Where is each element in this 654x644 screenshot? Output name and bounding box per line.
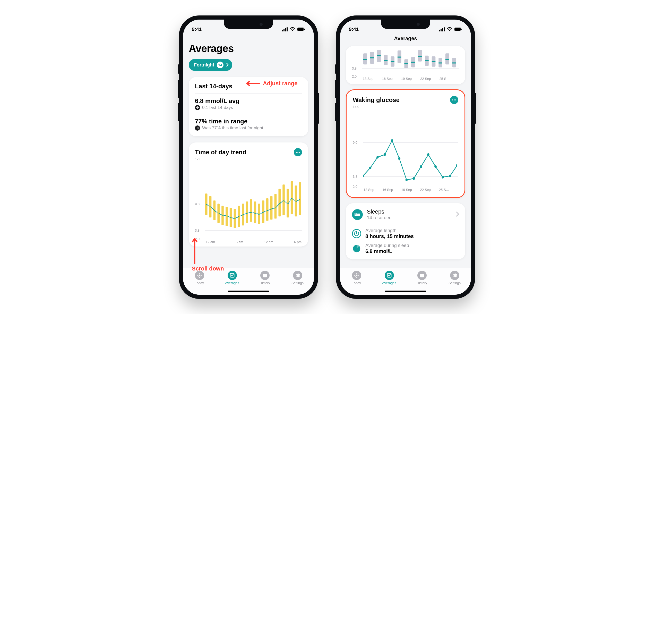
battery-icon: [297, 27, 305, 31]
svg-rect-18: [266, 198, 268, 221]
svg-point-72: [376, 156, 379, 158]
x-tick: 19 Sep: [401, 188, 420, 192]
range-pill[interactable]: Fortnight 14: [189, 59, 232, 71]
x-tick: 22 Sep: [420, 77, 439, 80]
waking-title: Waking glucose: [353, 96, 400, 104]
svg-point-77: [413, 177, 415, 180]
home-indicator[interactable]: [385, 291, 426, 292]
svg-rect-85: [354, 213, 355, 215]
svg-rect-51: [391, 61, 394, 62]
svg-rect-24: [291, 181, 293, 214]
waking-glucose-card: Waking glucose 14.0 9.0 3.8 2.0: [346, 89, 465, 198]
x-tick: 12 am: [206, 240, 215, 244]
tab-history[interactable]: History: [405, 271, 438, 285]
length-label: Average length: [365, 228, 459, 233]
svg-rect-43: [363, 59, 367, 60]
svg-point-80: [435, 165, 437, 168]
x-tick: 19 Sep: [401, 77, 420, 80]
card-more-button[interactable]: [294, 148, 302, 156]
avg-value: 6.8 mmol/L avg: [195, 97, 302, 105]
x-tick: 12 pm: [264, 240, 273, 244]
svg-point-79: [427, 153, 429, 156]
tab-label: History: [417, 281, 427, 285]
y-tick: 3.8: [353, 175, 357, 178]
x-tick: 16 Sep: [382, 77, 401, 80]
svg-rect-58: [418, 50, 422, 62]
bed-icon: [352, 209, 363, 220]
cellular-icon: [282, 27, 288, 31]
y-tick: 14.0: [353, 105, 359, 109]
svg-rect-15: [254, 202, 256, 223]
tab-settings[interactable]: Settings: [438, 271, 471, 285]
tab-today[interactable]: Today: [340, 271, 373, 285]
svg-line-97: [358, 274, 358, 274]
y-tick: 2.0: [352, 74, 357, 78]
sleeps-title: Sleeps: [367, 208, 452, 215]
svg-rect-49: [384, 60, 388, 61]
y-tick: 17.0: [195, 157, 201, 161]
page-title: Averages: [189, 43, 308, 54]
svg-rect-48: [384, 55, 388, 65]
svg-line-95: [358, 277, 358, 277]
x-tick: 25 S…: [440, 77, 459, 80]
range-days-badge: 14: [217, 62, 224, 68]
chevron-right-icon: [456, 211, 459, 218]
screen-left: 9:41 Averages Fortnight 14 Last 14-days …: [183, 20, 314, 295]
svg-rect-14: [250, 199, 252, 222]
status-clock: 9:41: [192, 26, 202, 32]
tab-averages[interactable]: Averages: [373, 271, 405, 285]
svg-point-86: [355, 213, 357, 215]
tab-label: Today: [195, 281, 204, 285]
svg-rect-65: [439, 62, 442, 63]
tod-trend-card: Time of day trend 17.0 9.0 3.8 2.0: [189, 142, 308, 247]
pie-icon: [352, 244, 361, 253]
x-tick: 6 am: [236, 240, 243, 244]
phone-right: 9:41 Averages 3.8 2.0: [336, 16, 475, 299]
y-tick: 9.0: [353, 140, 357, 144]
tod-chart[interactable]: 17.0 9.0 3.8 2.0: [195, 159, 302, 244]
home-indicator[interactable]: [228, 291, 269, 292]
tab-history[interactable]: History: [249, 271, 281, 285]
wifi-icon: [290, 27, 295, 31]
sleeps-header-row[interactable]: Sleeps 14 recorded: [352, 208, 459, 221]
svg-point-89: [356, 275, 357, 276]
summary-heading: Last 14-days: [195, 83, 302, 90]
trend-flat-icon: [195, 105, 200, 110]
duration-icon: [352, 229, 361, 238]
wifi-icon: [447, 27, 452, 31]
svg-rect-87: [357, 213, 360, 215]
svg-rect-40: [455, 28, 461, 31]
x-tick: 13 Sep: [364, 188, 382, 192]
tir-delta: Was 77% this time last fortnight: [202, 125, 263, 131]
svg-line-96: [355, 277, 355, 277]
x-tick: 13 Sep: [363, 77, 382, 80]
trend-chart-icon: [228, 271, 237, 280]
svg-point-82: [449, 175, 451, 177]
y-tick: 9.0: [195, 202, 200, 206]
svg-rect-100: [420, 274, 424, 275]
daily-range-chart[interactable]: 3.8 2.0 13 Sep 16 Sep 19 Sep 22 Sep 25 S…: [352, 50, 459, 80]
tab-label: Today: [352, 281, 361, 285]
y-tick: 3.8: [352, 66, 357, 70]
svg-rect-20: [275, 194, 277, 218]
svg-rect-63: [432, 61, 436, 62]
card-more-button[interactable]: [450, 96, 458, 104]
svg-rect-22: [282, 184, 285, 215]
svg-rect-2: [304, 29, 305, 30]
svg-point-73: [384, 153, 386, 156]
tab-settings[interactable]: Settings: [281, 271, 314, 285]
calendar-icon: [417, 271, 427, 280]
tab-averages[interactable]: Averages: [216, 271, 249, 285]
tab-label: Averages: [382, 281, 396, 285]
waking-chart[interactable]: 14.0 9.0 3.8 2.0 13 Sep: [353, 107, 458, 192]
tab-label: Settings: [448, 281, 461, 285]
gear-icon: [293, 271, 302, 280]
tab-today[interactable]: Today: [183, 271, 216, 285]
svg-line-32: [198, 274, 198, 274]
summary-card: Last 14-days 6.8 mmol/L avg 0.1 last 14-…: [189, 77, 308, 136]
svg-rect-17: [262, 201, 264, 223]
screen-right: 9:41 Averages 3.8 2.0: [340, 20, 471, 295]
avg-delta: 0.1 last 14-days: [202, 105, 233, 110]
x-tick: 16 Sep: [382, 188, 401, 192]
svg-rect-45: [370, 57, 374, 58]
